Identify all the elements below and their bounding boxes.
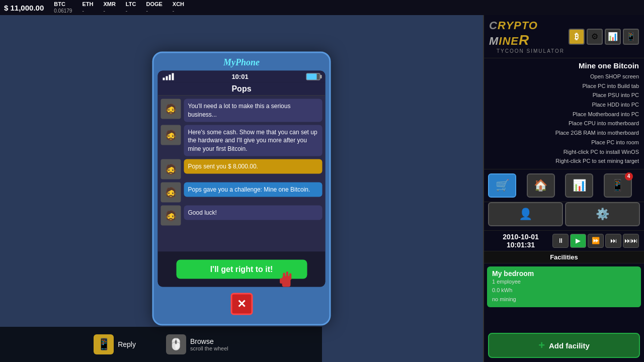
avatar: 🧔 <box>161 99 181 119</box>
status-bar: 10:01 <box>158 71 326 82</box>
message-bubble: Here's some cash. Show me that you can s… <box>184 125 323 156</box>
contact-name: Pops <box>158 82 326 96</box>
logo-area: CRYPTO MINER Tycoon Simulator ₿ ⚙ 📊 📱 <box>484 15 644 58</box>
logo-subtitle: Tycoon Simulator <box>497 48 565 54</box>
toolbar-icons-row2: 👤 ⚙️ <box>484 202 644 231</box>
signal-bar-1 <box>163 77 165 80</box>
facility-kwh: 0.0 kWh <box>492 286 636 295</box>
list-item: 🧔 Pops sent you $ 8,000.00. <box>161 159 323 179</box>
add-facility-button[interactable]: + Add facility <box>488 333 640 358</box>
browse-label: Browse <box>190 337 228 345</box>
message-bubble: Good luck! <box>184 205 323 220</box>
battery-fill <box>307 73 317 79</box>
logo-icons: ₿ ⚙ 📊 📱 <box>569 29 639 45</box>
browse-button[interactable]: 🖱️ Browse scroll the wheel <box>166 334 228 354</box>
reply-label: Reply <box>118 340 136 348</box>
settings-logo-icon: ⚙ <box>587 29 603 45</box>
phone-button[interactable]: 📱 4 <box>604 173 632 198</box>
messages-area[interactable]: 🧔 You'll need a lot to make this a serio… <box>158 96 326 252</box>
btc-ticker: BTC 0.06179 <box>54 1 72 14</box>
reply-button[interactable]: 📱 Reply <box>94 334 136 354</box>
facility-mining: no mining <box>492 295 636 304</box>
mission-step: Place HDD into PC <box>489 100 639 110</box>
plus-icon: + <box>538 339 545 352</box>
browse-icon: 🖱️ <box>166 334 186 354</box>
play-button[interactable]: ▶ <box>570 234 586 248</box>
mission-title: Mine one Bitcoin <box>489 61 639 70</box>
mission-step: Place PC into Build tab <box>489 81 639 91</box>
game-area: MyPhone 10:01 <box>0 15 483 362</box>
top-bar: $ 11,000.00 BTC 0.06179 ETH - XMR - LTC … <box>0 0 644 15</box>
doge-ticker: DOGE - <box>146 1 162 14</box>
mission-step: Place 2GB RAM into motherboard <box>489 128 639 138</box>
mission-step: Place PSU into PC <box>489 90 639 100</box>
reply-icon: 📱 <box>94 334 114 354</box>
add-facility-label: Add facility <box>549 341 590 350</box>
svg-rect-4 <box>280 278 283 284</box>
warehouse-button[interactable]: 🏠 <box>527 173 555 198</box>
mission-step: Place Motherboard into PC <box>489 110 639 119</box>
phone-time: 10:01 <box>231 73 248 80</box>
datetime-display: 2010-10-01 10:01:31 <box>489 233 552 249</box>
mission-step: Open SHOP screen <box>489 72 639 81</box>
signal-bars <box>163 73 174 80</box>
eth-ticker: ETH - <box>82 1 93 14</box>
phone-frame: MyPhone 10:01 <box>152 52 331 326</box>
list-item: 🧔 Good luck! <box>161 205 323 225</box>
facility-item[interactable]: My bedroom 1 employee 0.0 kWh no mining <box>487 266 641 307</box>
signal-bar-4 <box>172 73 174 80</box>
battery-tip <box>320 75 322 78</box>
facilities-title: Facilities <box>484 251 644 263</box>
phone-container: MyPhone 10:01 <box>152 52 331 326</box>
signal-bar-2 <box>166 76 168 80</box>
ltc-ticker: LTC - <box>126 1 136 14</box>
time-controls: ⏸ ▶ ⏩ ⏭ ⏭⏭ <box>552 234 639 248</box>
phone-title: MyPhone <box>158 57 326 68</box>
right-panel: CRYPTO MINER Tycoon Simulator ₿ ⚙ 📊 📱 Mi… <box>483 15 644 362</box>
fast-button[interactable]: ⏩ <box>588 234 604 248</box>
mission-step: Place CPU into motherboard <box>489 119 639 128</box>
mission-step: Place PC into room <box>489 138 639 147</box>
facility-name: My bedroom <box>492 269 636 278</box>
message-bubble: You'll need a lot to make this a serious… <box>184 99 323 122</box>
stats-button[interactable]: 📊 <box>565 173 593 198</box>
mission-step: Right-click PC to install WinOS <box>489 147 639 157</box>
pause-button[interactable]: ⏸ <box>552 234 569 248</box>
notification-badge: 4 <box>625 172 633 180</box>
avatar: 🧔 <box>161 159 181 179</box>
main-area: MyPhone 10:01 <box>0 15 644 362</box>
logo-text: CRYPTO MINER Tycoon Simulator <box>489 19 565 54</box>
clock-bar: 2010-10-01 10:01:31 ⏸ ▶ ⏩ ⏭ ⏭⏭ <box>484 231 644 251</box>
phone-screen: 10:01 Pops 🧔 You'll need a lot to <box>158 71 326 287</box>
person-button[interactable]: 👤 <box>488 202 563 226</box>
challenge-message-bubble: Pops gave you a challenge: Mine one Bitc… <box>184 182 323 197</box>
browse-sublabel: scroll the wheel <box>190 345 228 351</box>
list-item: 🧔 Here's some cash. Show me that you can… <box>161 125 323 156</box>
reply-action-button[interactable]: I'll get right to it! <box>176 260 307 279</box>
money-display: $ 11,000.00 <box>4 4 44 12</box>
avatar: 🧔 <box>161 182 181 202</box>
battery-icon <box>306 73 320 80</box>
xmr-ticker: XMR - <box>103 1 115 14</box>
close-phone-button[interactable]: ✕ <box>230 293 253 315</box>
shop-button[interactable]: 🛒 <box>488 173 516 198</box>
gear-button[interactable]: ⚙️ <box>565 202 640 226</box>
avatar: 🧔 <box>161 205 181 225</box>
spacer <box>484 310 644 329</box>
avatar: 🧔 <box>161 125 181 145</box>
faster-button[interactable]: ⏭ <box>605 234 621 248</box>
mission-step: Right-click PC to set mining target <box>489 156 639 166</box>
mission-area: Mine one Bitcoin Open SHOP screen Place … <box>484 58 644 169</box>
money-message-bubble: Pops sent you $ 8,000.00. <box>184 159 323 173</box>
list-item: 🧔 Pops gave you a challenge: Mine one Bi… <box>161 182 323 202</box>
xch-ticker: XCH - <box>173 1 184 14</box>
facility-employees: 1 employee <box>492 278 636 287</box>
logo-title: CRYPTO MINER <box>489 19 565 48</box>
toolbar-icons-row1: 🛒 🏠 📊 📱 4 <box>484 169 644 202</box>
bitcoin-logo-icon: ₿ <box>569 29 585 45</box>
bottom-hud: 📱 Reply 🖱️ Browse scroll the wheel <box>0 327 322 362</box>
chart-logo-icon: 📊 <box>605 29 621 45</box>
mission-steps: Open SHOP screen Place PC into Build tab… <box>489 72 639 166</box>
fastest-button[interactable]: ⏭⏭ <box>623 234 639 248</box>
signal-bar-3 <box>169 74 171 80</box>
